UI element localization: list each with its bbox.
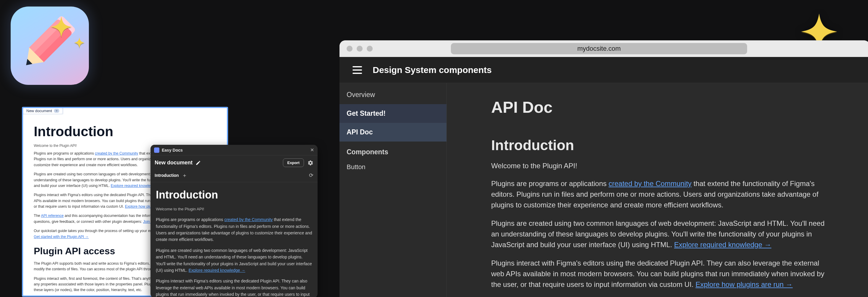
browser-window: mydocsite.com Design System components O… [340,40,868,297]
easydocs-title: Easy Docs [162,148,310,153]
sync-icon[interactable]: ⟳ [309,172,313,179]
doc-p2: Plugins are created using two common lan… [491,218,825,250]
site-header: Design System components [340,57,868,83]
doc-h1: Introduction [491,137,825,154]
traffic-max-icon[interactable] [367,46,373,52]
plus-icon[interactable]: ＋ [182,172,187,179]
gear-icon[interactable] [308,160,313,166]
address-bar-url: mydocsite.com [578,45,621,53]
site-title: Design System components [373,65,492,75]
doc-link-plugins-run[interactable]: Explore how plugins are run → [695,280,793,289]
address-bar[interactable]: mydocsite.com [451,43,747,54]
doc-link-knowledge[interactable]: Explore required knowledge → [674,241,771,249]
traffic-close-icon[interactable] [347,46,352,52]
hamburger-icon[interactable] [352,66,362,74]
easydocs-toolbar: New document Export [151,156,317,170]
easydocs-doc-title: New document [155,160,279,166]
easydocs-link-knowledge[interactable]: Explore required knowledge → [188,268,245,273]
mini-tab-label: New document [26,109,52,113]
easydocs-welcome: Welcome to the Plugin API! [156,206,312,212]
mini-tab-strip: New document ✧ [22,107,63,114]
pencil-icon[interactable] [195,160,201,166]
sidebar: Overview Get Started! API Doc Components… [340,83,447,297]
mini-link-get-started[interactable]: Get started with the Plugin API → [34,235,89,239]
sidebar-group-components[interactable]: Components [340,141,446,159]
doc-p1: Plugins are programs or applications cre… [491,178,825,210]
mini-tab[interactable]: New document ✧ [23,108,62,114]
easydocs-panel: Easy Docs ✕ New document Export Introduc… [151,145,317,297]
sidebar-item-overview[interactable]: Overview [340,85,446,104]
mini-tab-badge: ✧ [54,109,59,113]
sidebar-item-api-doc[interactable]: API Doc [340,123,446,141]
easydocs-body: Introduction Welcome to the Plugin API! … [151,182,317,297]
export-button[interactable]: Export [283,158,304,167]
sidebar-item-button[interactable]: Button [340,159,446,175]
doc-title: API Doc [491,98,825,116]
doc-content: API Doc Introduction Welcome to the Plug… [447,83,868,297]
easydocs-p2: Plugins are created using two common lan… [156,247,312,274]
easydocs-p3: Plugins interact with Figma's editors us… [156,278,312,297]
easydocs-titlebar: Easy Docs ✕ [151,145,317,156]
easydocs-app-icon [154,147,159,153]
mini-h1: Introduction [34,124,218,139]
doc-link-community[interactable]: created by the Community [609,180,691,188]
traffic-min-icon[interactable] [357,46,363,52]
close-icon[interactable]: ✕ [310,147,314,153]
doc-welcome: Welcome to the Plugin API! [491,162,825,170]
sparkle-icon [71,37,88,53]
easydocs-h1: Introduction [156,186,312,204]
sidebar-item-get-started[interactable]: Get Started! [340,104,446,123]
doc-p3: Plugins interact with Figma's editors us… [491,258,825,290]
easydocs-tab[interactable]: Introduction [155,173,179,178]
traffic-lights [347,46,373,52]
app-icon [11,6,89,85]
mini-link-api-ref[interactable]: API reference [41,214,63,218]
easydocs-p1: Plugins are programs or applications cre… [156,216,312,243]
easydocs-link-community[interactable]: created by the Community [224,217,273,222]
mini-link-community[interactable]: created by the Community [95,151,138,156]
site-frame: Design System components Overview Get St… [340,57,868,297]
easydocs-tabstrip: Introduction ＋ ⟳ [151,170,317,182]
browser-chrome: mydocsite.com [340,40,868,57]
